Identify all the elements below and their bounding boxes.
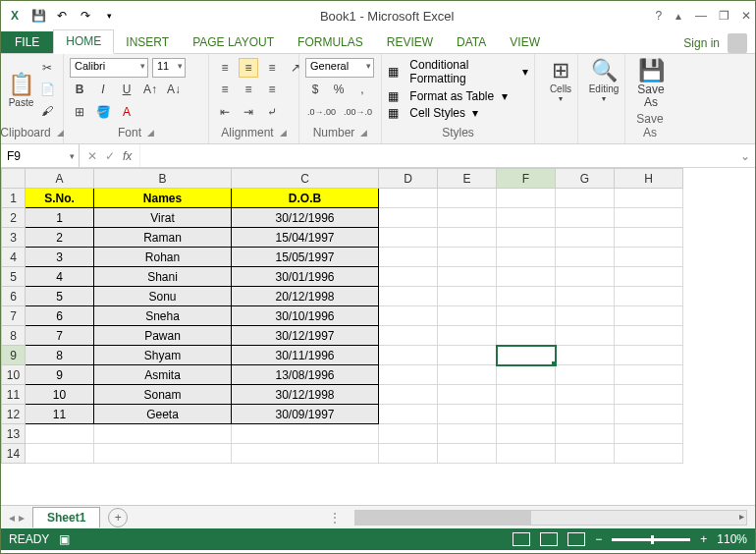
cell-C5[interactable]: 30/01/1996 bbox=[232, 267, 379, 287]
zoom-level[interactable]: 110% bbox=[717, 532, 747, 546]
cell-D12[interactable] bbox=[379, 405, 438, 424]
expand-formula-bar-icon[interactable]: ⌄ bbox=[735, 144, 755, 167]
cell-H7[interactable] bbox=[615, 306, 683, 326]
cell-F11[interactable] bbox=[497, 385, 556, 405]
tab-review[interactable]: REVIEW bbox=[375, 31, 445, 53]
font-dialog-icon[interactable]: ◢ bbox=[147, 128, 154, 138]
row-header-8[interactable]: 8 bbox=[2, 326, 26, 346]
cell-G14[interactable] bbox=[556, 444, 615, 464]
tab-view[interactable]: VIEW bbox=[498, 31, 552, 53]
cell-H6[interactable] bbox=[615, 287, 683, 306]
row-header-11[interactable]: 11 bbox=[2, 385, 26, 405]
cell-H8[interactable] bbox=[615, 326, 683, 346]
decrease-indent-button[interactable]: ⇤ bbox=[215, 102, 235, 122]
cell-D10[interactable] bbox=[379, 365, 438, 385]
cancel-formula-icon[interactable]: ✕ bbox=[87, 149, 97, 163]
cell-F13[interactable] bbox=[497, 424, 556, 444]
cell-E5[interactable] bbox=[438, 267, 497, 287]
cell-H3[interactable] bbox=[615, 228, 683, 248]
cell-C9[interactable]: 30/11/1996 bbox=[232, 346, 379, 365]
signin-link[interactable]: Sign in bbox=[683, 36, 720, 50]
cell-G10[interactable] bbox=[556, 365, 615, 385]
cell-D4[interactable] bbox=[379, 248, 438, 267]
cell-F14[interactable] bbox=[497, 444, 556, 464]
view-normal-button[interactable] bbox=[513, 532, 530, 546]
cell-A10[interactable]: 9 bbox=[26, 365, 94, 385]
row-header-10[interactable]: 10 bbox=[2, 365, 26, 385]
cell-E10[interactable] bbox=[438, 365, 497, 385]
cell-G11[interactable] bbox=[556, 385, 615, 405]
cell-A7[interactable]: 6 bbox=[26, 306, 94, 326]
row-header-9[interactable]: 9 bbox=[2, 346, 26, 365]
col-header-A[interactable]: A bbox=[26, 169, 94, 189]
cell-B4[interactable]: Rohan bbox=[94, 248, 232, 267]
spreadsheet-grid[interactable]: ABCDEFGH1S.No.NamesD.O.B21Virat30/12/199… bbox=[1, 168, 755, 505]
restore-button[interactable]: ❐ bbox=[719, 9, 729, 23]
row-header-14[interactable]: 14 bbox=[2, 444, 26, 464]
cell-G6[interactable] bbox=[556, 287, 615, 306]
row-header-6[interactable]: 6 bbox=[2, 287, 26, 306]
row-header-7[interactable]: 7 bbox=[2, 306, 26, 326]
cell-C3[interactable]: 15/04/1997 bbox=[232, 228, 379, 248]
cell-E1[interactable] bbox=[438, 189, 497, 208]
decrease-decimal-button[interactable]: .00→.0 bbox=[342, 102, 374, 122]
grow-font-button[interactable]: A↑ bbox=[140, 80, 160, 99]
cell-F2[interactable] bbox=[497, 208, 556, 228]
format-painter-button[interactable]: 🖌 bbox=[37, 101, 57, 121]
tab-split-icon[interactable]: ⋮ bbox=[323, 511, 347, 525]
zoom-slider[interactable] bbox=[612, 538, 690, 541]
cell-B7[interactable]: Sneha bbox=[94, 306, 232, 326]
tab-formulas[interactable]: FORMULAS bbox=[286, 31, 375, 53]
cell-G12[interactable] bbox=[556, 405, 615, 424]
cell-H10[interactable] bbox=[615, 365, 683, 385]
cell-B2[interactable]: Virat bbox=[94, 208, 232, 228]
font-size-combo[interactable]: 11 bbox=[152, 58, 186, 78]
row-header-3[interactable]: 3 bbox=[2, 228, 26, 248]
cell-F6[interactable] bbox=[497, 287, 556, 306]
cell-G8[interactable] bbox=[556, 326, 615, 346]
cell-H2[interactable] bbox=[615, 208, 683, 228]
font-color-button[interactable]: A bbox=[117, 102, 136, 122]
tab-home[interactable]: HOME bbox=[53, 29, 114, 54]
cell-C13[interactable] bbox=[232, 424, 379, 444]
cell-D13[interactable] bbox=[379, 424, 438, 444]
sheet-nav-prev-icon[interactable]: ◂ bbox=[9, 511, 15, 525]
alignment-dialog-icon[interactable]: ◢ bbox=[280, 128, 287, 138]
italic-button[interactable]: I bbox=[93, 80, 113, 99]
cell-G4[interactable] bbox=[556, 248, 615, 267]
ribbon-toggle-button[interactable]: ▲ bbox=[674, 11, 683, 22]
cut-button[interactable]: ✂ bbox=[37, 58, 57, 78]
cell-A3[interactable]: 2 bbox=[26, 228, 94, 248]
cell-D14[interactable] bbox=[379, 444, 438, 464]
cell-D11[interactable] bbox=[379, 385, 438, 405]
cell-F3[interactable] bbox=[497, 228, 556, 248]
cell-G9[interactable] bbox=[556, 346, 615, 365]
cell-C14[interactable] bbox=[232, 444, 379, 464]
undo-button[interactable]: ↶ bbox=[52, 6, 72, 26]
cell-C1[interactable]: D.O.B bbox=[232, 189, 379, 208]
cell-A12[interactable]: 11 bbox=[26, 405, 94, 424]
view-pagelayout-button[interactable] bbox=[540, 532, 558, 546]
cell-C6[interactable]: 20/12/1998 bbox=[232, 287, 379, 306]
new-sheet-button[interactable]: + bbox=[108, 508, 128, 527]
name-box[interactable]: F9 bbox=[1, 144, 80, 167]
avatar-icon[interactable] bbox=[728, 33, 747, 53]
col-header-G[interactable]: G bbox=[556, 169, 615, 189]
tab-insert[interactable]: INSERT bbox=[114, 31, 181, 53]
cell-C7[interactable]: 30/10/1996 bbox=[232, 306, 379, 326]
cell-C11[interactable]: 30/12/1998 bbox=[232, 385, 379, 405]
cell-G1[interactable] bbox=[556, 189, 615, 208]
cell-H12[interactable] bbox=[615, 405, 683, 424]
clipboard-dialog-icon[interactable]: ◢ bbox=[57, 128, 64, 138]
row-header-13[interactable]: 13 bbox=[2, 424, 26, 444]
cell-F9[interactable] bbox=[497, 346, 556, 365]
col-header-C[interactable]: C bbox=[232, 169, 379, 189]
col-header-H[interactable]: H bbox=[615, 169, 683, 189]
row-header-1[interactable]: 1 bbox=[2, 189, 26, 208]
align-right-button[interactable]: ≡ bbox=[262, 80, 282, 99]
format-as-table-button[interactable]: ▦ Format as Table ▾ bbox=[388, 89, 528, 103]
cell-B1[interactable]: Names bbox=[94, 189, 232, 208]
cell-C4[interactable]: 15/05/1997 bbox=[232, 248, 379, 267]
cell-A9[interactable]: 8 bbox=[26, 346, 94, 365]
sheet-nav-next-icon[interactable]: ▸ bbox=[19, 511, 25, 525]
